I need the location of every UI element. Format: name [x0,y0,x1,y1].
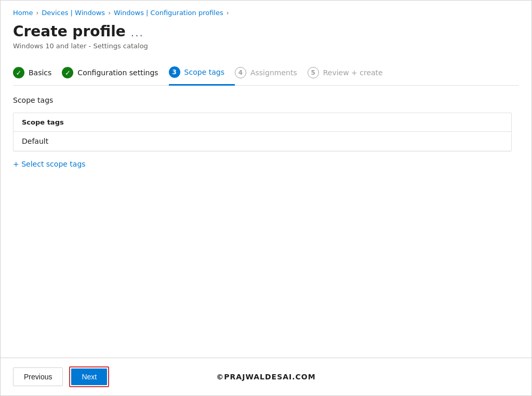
step-assignments[interactable]: 4 Assignments [235,63,308,85]
step-label-scope: Scope tags [184,68,224,76]
step-label-review: Review + create [323,69,383,77]
table-row-default: Default [14,132,511,151]
more-options-button[interactable]: ... [131,26,144,39]
select-scope-tags-link[interactable]: + Select scope tags [13,160,86,168]
breadcrumb-sep-3: › [227,9,229,17]
page-subtitle: Windows 10 and later - Settings catalog [13,42,519,50]
page-title-row: Create profile ... [13,23,519,40]
step-number-icon-review: 5 [308,67,319,78]
section-heading: Scope tags [13,96,519,104]
bottom-bar: Previous Next ©PRAJWALDESAI.COM [1,358,531,395]
breadcrumb-home[interactable]: Home [13,9,33,17]
previous-button[interactable]: Previous [13,367,63,386]
breadcrumb-sep-1: › [36,9,38,17]
step-check-icon-config: ✓ [62,67,73,78]
step-scope-tags[interactable]: 3 Scope tags [169,62,235,86]
page-title: Create profile [13,23,126,40]
breadcrumb: Home › Devices | Windows › Windows | Con… [13,9,519,17]
step-number-icon-scope: 3 [169,66,180,78]
next-button-wrapper: Next [69,366,109,387]
scope-tags-table: Scope tags Default [13,113,512,152]
breadcrumb-config-profiles[interactable]: Windows | Configuration profiles [114,9,223,17]
step-label-basics: Basics [29,69,51,77]
breadcrumb-devices-windows[interactable]: Devices | Windows [42,9,105,17]
next-button[interactable]: Next [71,368,107,385]
step-review-create[interactable]: 5 Review + create [308,63,393,85]
step-label-config: Configuration settings [77,69,158,77]
step-number-icon-assignments: 4 [235,67,246,78]
step-check-icon-basics: ✓ [13,67,24,78]
breadcrumb-sep-2: › [108,9,111,17]
page-wrapper: Home › Devices | Windows › Windows | Con… [0,0,532,396]
step-basics[interactable]: ✓ Basics [13,63,62,85]
watermark: ©PRAJWALDESAI.COM [216,373,315,381]
step-configuration-settings[interactable]: ✓ Configuration settings [62,63,168,85]
step-label-assignments: Assignments [250,69,297,77]
main-content: Home › Devices | Windows › Windows | Con… [1,1,531,358]
table-column-header: Scope tags [14,113,511,132]
steps-container: ✓ Basics ✓ Configuration settings 3 Scop… [13,62,519,86]
